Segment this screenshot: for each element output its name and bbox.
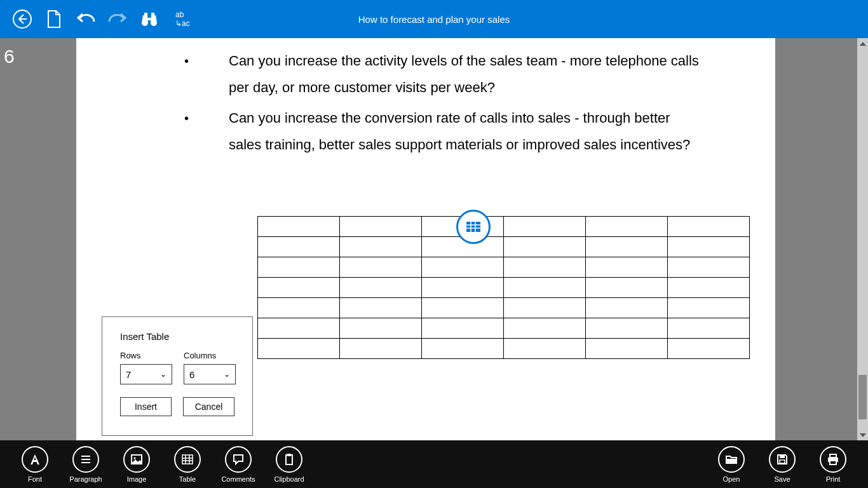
paragraph-label: Paragraph xyxy=(69,475,102,483)
svg-rect-20 xyxy=(780,455,785,458)
scroll-up-button[interactable] xyxy=(857,38,868,49)
save-button[interactable]: Save xyxy=(757,446,808,483)
rows-label: Rows xyxy=(120,351,172,360)
redo-icon xyxy=(107,11,128,27)
popover-title: Insert Table xyxy=(120,331,234,342)
print-label: Print xyxy=(826,475,841,483)
chevron-down-icon: ⌄ xyxy=(160,370,166,379)
table-icon xyxy=(181,453,194,466)
paragraph-icon xyxy=(79,453,92,466)
find-button[interactable] xyxy=(133,0,165,38)
insert-table-popover: Insert Table Rows 7 ⌄ Columns 6 ⌄ Insert… xyxy=(102,316,253,436)
svg-rect-12 xyxy=(182,455,193,464)
image-button[interactable]: Image xyxy=(111,446,162,483)
columns-select[interactable]: 6 ⌄ xyxy=(184,364,236,384)
vertical-scrollbar[interactable] xyxy=(857,38,868,440)
chevron-up-icon xyxy=(860,42,866,46)
rows-value: 7 xyxy=(126,369,131,380)
new-doc-button[interactable] xyxy=(38,0,70,38)
table-handle[interactable] xyxy=(456,210,491,244)
font-button[interactable]: Font xyxy=(10,446,60,483)
svg-rect-9 xyxy=(81,462,90,463)
bottom-appbar: Font Paragraph Image Table Comments Clip… xyxy=(0,440,868,488)
back-button[interactable] xyxy=(6,0,38,38)
comments-icon xyxy=(232,453,245,466)
inserted-table[interactable] xyxy=(257,216,750,359)
columns-value: 6 xyxy=(189,369,194,380)
svg-rect-17 xyxy=(286,455,292,464)
font-label: Font xyxy=(28,475,42,483)
find-replace-button[interactable]: ab ↳ac xyxy=(172,6,194,32)
open-label: Open xyxy=(723,475,740,483)
findrepl-line2: ↳ac xyxy=(175,19,190,28)
table-icon xyxy=(466,222,480,232)
chevron-down-icon: ⌄ xyxy=(224,370,230,379)
rows-select[interactable]: 7 ⌄ xyxy=(120,364,172,384)
top-toolbar: ab ↳ac How to forecast and plan your sal… xyxy=(0,0,868,38)
findrepl-line1: ab xyxy=(175,10,190,19)
page-number: 6 xyxy=(4,46,15,67)
svg-rect-21 xyxy=(780,460,785,463)
open-button[interactable]: Open xyxy=(706,446,757,483)
columns-label: Columns xyxy=(184,351,236,360)
cancel-button[interactable]: Cancel xyxy=(183,397,234,416)
font-icon xyxy=(29,453,41,466)
image-label: Image xyxy=(127,475,147,483)
svg-rect-24 xyxy=(830,461,836,464)
svg-point-11 xyxy=(134,457,136,459)
svg-rect-22 xyxy=(830,454,836,458)
svg-rect-2 xyxy=(466,222,480,232)
save-icon xyxy=(776,453,789,466)
print-button[interactable]: Print xyxy=(808,446,858,483)
clipboard-label: Clipboard xyxy=(274,475,304,483)
redo-button[interactable] xyxy=(102,0,133,38)
undo-icon xyxy=(75,11,97,27)
image-icon xyxy=(130,453,143,466)
paragraph-button[interactable]: Paragraph xyxy=(60,446,111,483)
table-button[interactable]: Table xyxy=(162,446,213,483)
svg-rect-8 xyxy=(81,459,90,460)
bullet-item[interactable]: Can you increase the conversion rate of … xyxy=(184,105,705,158)
save-label: Save xyxy=(774,475,790,483)
clipboard-button[interactable]: Clipboard xyxy=(264,446,315,483)
print-icon xyxy=(827,453,839,466)
scroll-thumb[interactable] xyxy=(858,375,867,419)
back-arrow-icon xyxy=(12,9,32,29)
scroll-down-button[interactable] xyxy=(857,430,868,440)
table-label: Table xyxy=(179,475,196,483)
page-icon xyxy=(46,10,62,29)
chevron-down-icon xyxy=(860,433,866,437)
clipboard-icon xyxy=(283,453,295,466)
undo-button[interactable] xyxy=(70,0,102,38)
bullet-item[interactable]: Can you increase the activity levels of … xyxy=(184,48,705,101)
svg-rect-7 xyxy=(81,456,90,457)
insert-button[interactable]: Insert xyxy=(120,397,172,416)
bullet-list: Can you increase the activity levels of … xyxy=(184,48,705,158)
comments-button[interactable]: Comments xyxy=(213,446,264,483)
binoculars-icon xyxy=(140,10,159,28)
comments-label: Comments xyxy=(221,475,255,483)
svg-rect-19 xyxy=(726,459,736,463)
open-icon xyxy=(725,453,738,466)
svg-rect-18 xyxy=(287,454,291,456)
